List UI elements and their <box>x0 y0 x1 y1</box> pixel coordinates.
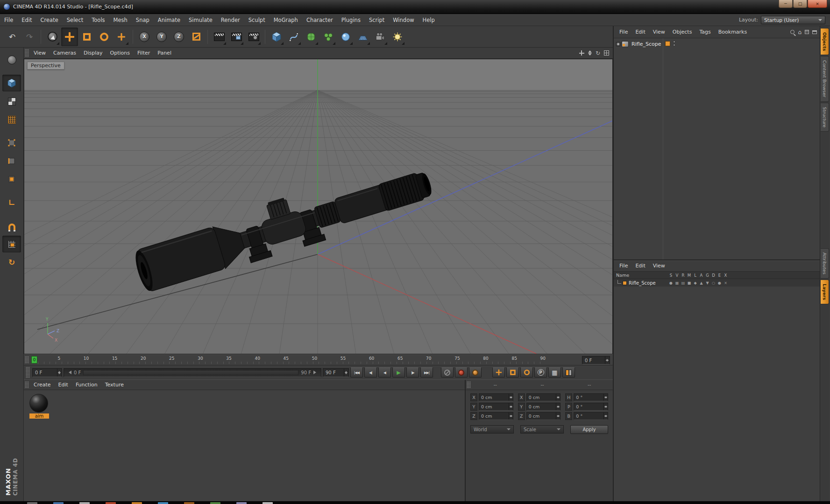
key-parameter-button[interactable]: P <box>534 367 547 378</box>
current-frame-field[interactable]: 0 F <box>32 368 62 377</box>
texture-mode-button[interactable] <box>2 93 21 110</box>
layer-column-header[interactable]: M <box>686 273 692 278</box>
layer-toggle-icon[interactable]: × <box>723 281 729 285</box>
coordinate-input[interactable]: 0 cm <box>479 393 513 401</box>
viewport-menu-item[interactable]: Panel <box>154 48 175 59</box>
render-settings-button[interactable] <box>245 28 262 46</box>
taskbar-icon[interactable] <box>236 502 247 504</box>
viewport-menu-item[interactable]: Display <box>80 48 106 59</box>
layer-column-header[interactable]: V <box>674 273 680 278</box>
coordinate-input[interactable]: 0 cm <box>526 403 561 411</box>
frame-range-slider[interactable]: 0 F 90 F <box>64 368 321 377</box>
object-manager-menu-item[interactable]: Objects <box>669 27 696 38</box>
coordinate-input[interactable]: 0 cm <box>526 412 561 420</box>
object-tree[interactable]: Rifle_Scope <box>614 38 820 259</box>
layer-menu-item[interactable]: File <box>616 260 631 272</box>
view-label[interactable]: Perspective <box>27 62 64 70</box>
stepper-icon[interactable] <box>605 357 610 364</box>
axis-lock-button[interactable]: Z <box>170 28 187 46</box>
viewport-menu-item[interactable]: Options <box>106 48 134 59</box>
layer-toggle-icon[interactable]: ◆ <box>692 281 698 285</box>
menu-item[interactable]: Edit <box>17 14 36 26</box>
drag-handle-icon[interactable] <box>25 49 29 57</box>
viewport-menu-item[interactable]: Filter <box>134 48 154 59</box>
material-menu-item[interactable]: Texture <box>101 379 128 391</box>
tab-objects[interactable]: Objects <box>821 28 829 55</box>
render-view-button[interactable] <box>211 28 227 46</box>
taskbar-icon[interactable] <box>79 502 90 504</box>
drag-handle-icon[interactable] <box>25 381 29 388</box>
live-selection-button[interactable] <box>44 28 61 46</box>
object-axis-mode-button[interactable]: ∟ <box>2 194 21 211</box>
coordinate-input[interactable]: 0 cm <box>526 393 561 401</box>
layer-column-header[interactable]: E <box>716 273 723 278</box>
object-manager-menu-item[interactable]: File <box>616 27 631 38</box>
coordinate-mode-dropdown[interactable]: World <box>470 425 514 434</box>
taskbar-icon[interactable] <box>158 502 168 504</box>
menu-item[interactable]: Render <box>217 14 244 26</box>
undo-button[interactable]: ↶ <box>4 28 21 46</box>
layer-column-header[interactable]: R <box>680 273 686 278</box>
previous-key-button[interactable]: ◀| <box>364 367 377 378</box>
autokey-button[interactable] <box>469 367 482 378</box>
menu-item[interactable]: Sculpt <box>244 14 270 26</box>
stepper-icon[interactable] <box>603 394 608 401</box>
metaball-button[interactable] <box>337 28 354 46</box>
close-button[interactable]: × <box>808 0 827 8</box>
apply-button[interactable]: Apply <box>570 425 608 434</box>
points-mode-button[interactable] <box>2 134 21 151</box>
stepper-icon[interactable] <box>509 403 513 410</box>
layer-column-header[interactable]: G <box>704 273 710 278</box>
stepper-icon[interactable] <box>556 394 560 401</box>
taskbar-icon[interactable] <box>184 502 194 504</box>
stepper-icon[interactable] <box>556 413 560 420</box>
material-menu-item[interactable]: Function <box>72 379 101 391</box>
polygons-mode-button[interactable] <box>2 171 21 188</box>
drag-handle-icon[interactable] <box>25 356 29 364</box>
menu-item[interactable]: Create <box>36 14 63 26</box>
rotate-tool-button[interactable] <box>96 28 113 46</box>
object-manager-menu-item[interactable]: Bookmarks <box>715 27 751 38</box>
render-picture-viewer-button[interactable] <box>228 28 245 46</box>
stepper-icon[interactable] <box>603 403 608 410</box>
snapping-button[interactable] <box>2 217 21 234</box>
workplane-snap-button[interactable] <box>2 236 21 252</box>
material-menu-item[interactable]: Edit <box>55 379 72 391</box>
maximize-button[interactable]: □ <box>793 0 807 8</box>
menu-item[interactable]: Snap <box>132 14 154 26</box>
material-menu-item[interactable]: Create <box>30 379 55 391</box>
subdivision-surface-button[interactable] <box>303 28 319 46</box>
toggle-views-icon[interactable] <box>604 50 609 56</box>
add-spline-button[interactable] <box>285 28 302 46</box>
workplane-mode-button[interactable] <box>2 111 21 128</box>
layer-column-header[interactable]: L <box>692 273 698 278</box>
edges-mode-button[interactable] <box>2 153 21 169</box>
add-cube-button[interactable] <box>268 28 285 46</box>
drag-handle-icon[interactable] <box>26 367 30 378</box>
home-icon[interactable]: ⌂ <box>798 29 802 35</box>
timeline-playhead[interactable]: 0 <box>31 356 37 364</box>
record-button[interactable] <box>441 367 454 378</box>
search-icon[interactable] <box>790 30 795 34</box>
mograph-cloner-button[interactable] <box>320 28 337 46</box>
expand-icon[interactable] <box>616 42 620 46</box>
coordinate-system-button[interactable] <box>188 28 205 46</box>
visibility-dots[interactable] <box>673 41 675 46</box>
keyframe-presets-button[interactable] <box>562 367 575 378</box>
timeline-frame-spinner[interactable]: 0 F <box>582 356 610 364</box>
drag-handle-icon[interactable] <box>467 381 471 388</box>
tab-structure[interactable]: Structure <box>821 103 829 132</box>
menu-item[interactable]: Help <box>419 14 439 26</box>
layer-menu-item[interactable]: Edit <box>631 260 649 272</box>
layout-dropdown[interactable]: Startup (User) <box>761 16 825 24</box>
coordinate-scale-dropdown[interactable]: Scale <box>520 425 564 434</box>
menu-item[interactable]: Simulate <box>184 14 217 26</box>
range-track[interactable] <box>83 370 298 375</box>
object-row[interactable]: Rifle_Scope <box>614 40 820 48</box>
layer-color-swatch[interactable] <box>623 281 627 285</box>
stepper-icon[interactable] <box>509 413 513 420</box>
taskbar-icon[interactable] <box>132 502 142 504</box>
previous-frame-button[interactable]: ◀ <box>378 367 391 378</box>
panel-icon[interactable] <box>812 30 817 34</box>
menu-item[interactable]: Script <box>365 14 389 26</box>
